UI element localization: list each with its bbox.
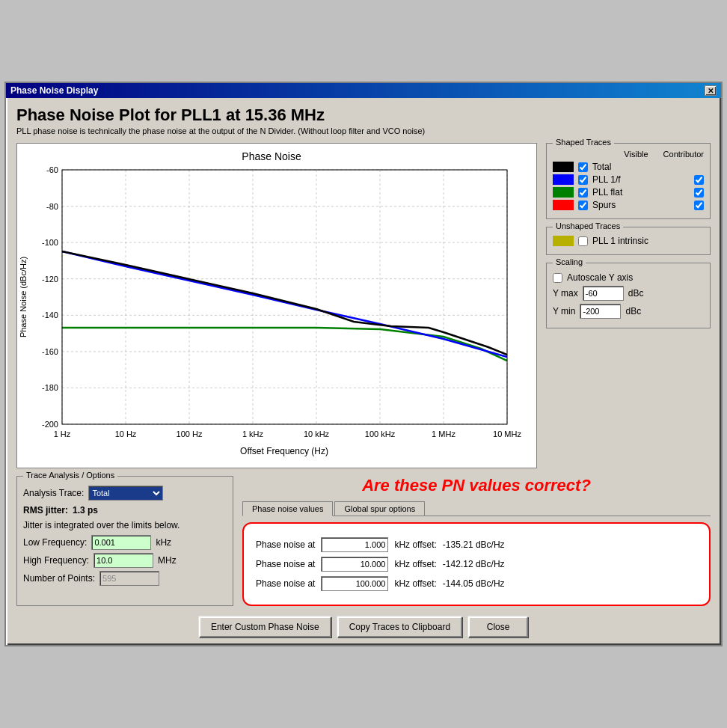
rms-label: RMS jitter: [23, 505, 68, 516]
ymin-row: Y min dBc [553, 304, 704, 319]
pn-value-1: -135.21 dBc/Hz [443, 539, 505, 550]
pn-freq-input-3[interactable] [321, 576, 388, 591]
trace-row-pll1f: PLL 1/f [553, 174, 704, 185]
spurs-visible-checkbox[interactable] [578, 201, 588, 210]
close-icon[interactable]: ✕ [705, 85, 717, 96]
scaling-title: Scaling [553, 257, 586, 266]
pn-row-2: Phase noise at kHz offset: -142.12 dBc/H… [256, 557, 697, 572]
pll1-intrinsic-visible-checkbox[interactable] [578, 236, 588, 246]
high-freq-unit: MHz [158, 555, 177, 566]
title-bar: Phase Noise Display ✕ [6, 83, 721, 98]
right-bottom-area: Are these PN values correct? Phase noise… [242, 476, 711, 606]
pn-row-1: Phase noise at kHz offset: -135.21 dBc/H… [256, 537, 697, 552]
rms-value: 1.3 ps [73, 505, 98, 516]
pn-freq-input-2[interactable] [321, 557, 388, 572]
contributor-col-header: Contributor [663, 150, 704, 159]
svg-text:1 Hz: 1 Hz [54, 429, 71, 438]
autoscale-checkbox[interactable] [553, 273, 562, 283]
pll1-intrinsic-visible-cb[interactable] [578, 236, 588, 246]
chart-area: Phase Noise [16, 143, 537, 468]
pllflat-visible-checkbox[interactable] [578, 188, 588, 198]
svg-text:-60: -60 [46, 165, 58, 174]
pn-freq-input-1[interactable] [321, 537, 388, 552]
tab-phase-noise-values[interactable]: Phase noise values [242, 501, 333, 516]
pn-label-3: Phase noise at [256, 578, 315, 589]
tabs-area: Phase noise values Global spur options P… [242, 501, 711, 606]
x-axis-title: Offset Frequency (Hz) [240, 446, 328, 456]
unshaped-traces-title: Unshaped Traces [553, 221, 623, 230]
pn-label-2: Phase noise at [256, 559, 315, 569]
pn-value-3: -144.05 dBc/Hz [443, 578, 505, 589]
spurs-visible-cb[interactable] [578, 201, 588, 210]
scaling-group: Scaling Autoscale Y axis Y max dBc Y min… [546, 263, 711, 328]
tab-global-spur-options[interactable]: Global spur options [334, 501, 425, 516]
unshaped-traces-group: Unshaped Traces PLL 1 intrinsic [546, 227, 711, 255]
svg-text:-120: -120 [42, 275, 58, 284]
main-window: Phase Noise Display ✕ Phase Noise Plot f… [4, 82, 723, 646]
svg-text:1 kHz: 1 kHz [242, 429, 264, 438]
ymax-row: Y max dBc [553, 286, 704, 301]
close-button[interactable]: Close [468, 617, 528, 637]
jitter-desc: Jitter is integrated over the limits bel… [23, 520, 227, 530]
svg-text:-80: -80 [46, 202, 58, 211]
high-freq-input[interactable] [93, 553, 153, 568]
rms-jitter-row: RMS jitter: 1.3 ps [23, 505, 227, 516]
content-area: Phase Noise Plot for PLL1 at 15.36 MHz P… [6, 98, 721, 645]
total-visible-cb[interactable] [578, 162, 588, 172]
svg-text:10 kHz: 10 kHz [304, 429, 330, 438]
pllflat-contributor-cb[interactable] [694, 188, 704, 198]
pllflat-color-block [553, 187, 574, 198]
svg-text:Phase Noise: Phase Noise [242, 150, 301, 162]
analysis-trace-row: Analysis Trace: Total PLL 1/f PLL flat S… [23, 486, 227, 501]
svg-text:-180: -180 [42, 383, 58, 392]
bottom-section: Trace Analysis / Options Analysis Trace:… [16, 476, 711, 606]
svg-text:-140: -140 [42, 311, 58, 319]
low-freq-input[interactable] [91, 535, 151, 550]
svg-text:100 kHz: 100 kHz [365, 429, 396, 438]
svg-text:100 Hz: 100 Hz [177, 429, 203, 438]
pll1f-contributor-checkbox[interactable] [694, 175, 704, 185]
pllflat-contributor-checkbox[interactable] [694, 188, 704, 198]
pn-unit-2: kHz offset: [394, 559, 436, 569]
enter-custom-phase-noise-button[interactable]: Enter Custom Phase Noise [199, 617, 331, 637]
analysis-trace-select[interactable]: Total PLL 1/f PLL flat Spurs [88, 486, 163, 501]
low-freq-row: Low Frequency: kHz [23, 535, 227, 550]
pn-value-2: -142.12 dBc/Hz [443, 559, 505, 569]
svg-text:-100: -100 [42, 238, 58, 247]
pll1f-visible-cb[interactable] [578, 175, 588, 185]
ymax-input[interactable] [583, 286, 624, 301]
svg-text:-160: -160 [42, 347, 58, 356]
ymin-input[interactable] [580, 304, 621, 319]
tab-row: Phase noise values Global spur options [242, 501, 711, 516]
trace-row-spurs: Spurs [553, 200, 704, 210]
window-title: Phase Noise Display [10, 85, 98, 96]
total-visible-checkbox[interactable] [578, 162, 588, 172]
autoscale-row: Autoscale Y axis [553, 272, 704, 283]
spurs-contributor-checkbox[interactable] [694, 201, 704, 210]
spurs-label: Spurs [592, 200, 616, 210]
points-input [99, 571, 159, 586]
shaped-traces-group: Shaped Traces Visible Contributor Total [546, 143, 711, 219]
svg-rect-3 [62, 170, 507, 424]
trace-row-pllflat: PLL flat [553, 187, 704, 198]
pll1f-visible-checkbox[interactable] [578, 175, 588, 185]
pllflat-visible-cb[interactable] [578, 188, 588, 198]
svg-text:1 MHz: 1 MHz [432, 429, 455, 438]
ymin-units: dBc [625, 306, 641, 316]
svg-text:10 MHz: 10 MHz [493, 429, 521, 438]
points-label: Number of Points: [23, 573, 95, 584]
copy-traces-button[interactable]: Copy Traces to Clipboard [337, 617, 462, 637]
trace-row-pll1-intrinsic: PLL 1 intrinsic [553, 236, 704, 246]
pll1f-contributor-cb[interactable] [694, 175, 704, 185]
pn-row-3: Phase noise at kHz offset: -144.05 dBc/H… [256, 576, 697, 591]
footer-buttons: Enter Custom Phase Noise Copy Traces to … [16, 617, 711, 637]
pll1-intrinsic-color-block [553, 236, 574, 246]
pn-values-box: Phase noise at kHz offset: -135.21 dBc/H… [242, 522, 711, 606]
high-freq-row: High Frequency: MHz [23, 553, 227, 568]
trace-row-total: Total [553, 162, 704, 172]
visible-col-header: Visible [624, 150, 648, 159]
traces-header: Visible Contributor [553, 150, 704, 159]
spurs-contributor-cb[interactable] [694, 201, 704, 210]
pll1f-color-block [553, 174, 574, 185]
svg-text:10 Hz: 10 Hz [115, 429, 137, 438]
